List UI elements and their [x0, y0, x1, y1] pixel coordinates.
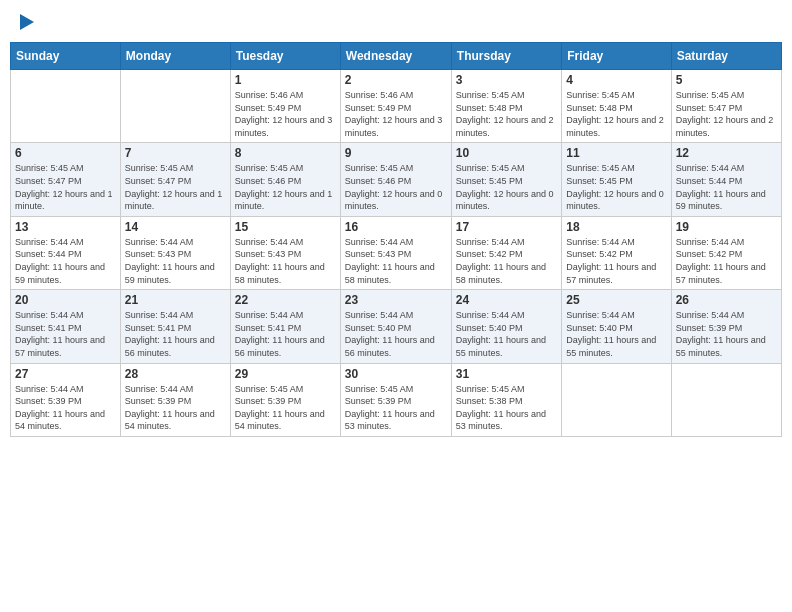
calendar-cell: [562, 363, 671, 436]
calendar-week-row: 20Sunrise: 5:44 AM Sunset: 5:41 PM Dayli…: [11, 290, 782, 363]
day-info: Sunrise: 5:45 AM Sunset: 5:48 PM Dayligh…: [456, 89, 557, 139]
calendar-week-row: 13Sunrise: 5:44 AM Sunset: 5:44 PM Dayli…: [11, 216, 782, 289]
day-header-friday: Friday: [562, 43, 671, 70]
day-header-tuesday: Tuesday: [230, 43, 340, 70]
day-info: Sunrise: 5:44 AM Sunset: 5:39 PM Dayligh…: [676, 309, 777, 359]
day-number: 8: [235, 146, 336, 160]
day-number: 11: [566, 146, 666, 160]
day-info: Sunrise: 5:45 AM Sunset: 5:46 PM Dayligh…: [345, 162, 447, 212]
day-number: 2: [345, 73, 447, 87]
day-info: Sunrise: 5:45 AM Sunset: 5:48 PM Dayligh…: [566, 89, 666, 139]
day-header-thursday: Thursday: [451, 43, 561, 70]
day-header-wednesday: Wednesday: [340, 43, 451, 70]
day-number: 27: [15, 367, 116, 381]
calendar-cell: 7Sunrise: 5:45 AM Sunset: 5:47 PM Daylig…: [120, 143, 230, 216]
day-number: 28: [125, 367, 226, 381]
calendar-cell: 18Sunrise: 5:44 AM Sunset: 5:42 PM Dayli…: [562, 216, 671, 289]
day-number: 3: [456, 73, 557, 87]
calendar-cell: 25Sunrise: 5:44 AM Sunset: 5:40 PM Dayli…: [562, 290, 671, 363]
calendar-cell: 4Sunrise: 5:45 AM Sunset: 5:48 PM Daylig…: [562, 70, 671, 143]
calendar-cell: 31Sunrise: 5:45 AM Sunset: 5:38 PM Dayli…: [451, 363, 561, 436]
calendar-cell: 13Sunrise: 5:44 AM Sunset: 5:44 PM Dayli…: [11, 216, 121, 289]
logo: [18, 14, 34, 30]
day-number: 16: [345, 220, 447, 234]
day-header-monday: Monday: [120, 43, 230, 70]
day-number: 19: [676, 220, 777, 234]
calendar-cell: 28Sunrise: 5:44 AM Sunset: 5:39 PM Dayli…: [120, 363, 230, 436]
day-number: 17: [456, 220, 557, 234]
calendar-cell: 29Sunrise: 5:45 AM Sunset: 5:39 PM Dayli…: [230, 363, 340, 436]
day-number: 1: [235, 73, 336, 87]
day-info: Sunrise: 5:44 AM Sunset: 5:44 PM Dayligh…: [676, 162, 777, 212]
day-info: Sunrise: 5:45 AM Sunset: 5:45 PM Dayligh…: [566, 162, 666, 212]
day-info: Sunrise: 5:45 AM Sunset: 5:39 PM Dayligh…: [235, 383, 336, 433]
day-info: Sunrise: 5:44 AM Sunset: 5:44 PM Dayligh…: [15, 236, 116, 286]
day-header-sunday: Sunday: [11, 43, 121, 70]
day-header-saturday: Saturday: [671, 43, 781, 70]
day-info: Sunrise: 5:45 AM Sunset: 5:47 PM Dayligh…: [15, 162, 116, 212]
calendar-cell: 8Sunrise: 5:45 AM Sunset: 5:46 PM Daylig…: [230, 143, 340, 216]
day-number: 15: [235, 220, 336, 234]
day-number: 14: [125, 220, 226, 234]
calendar-cell: 1Sunrise: 5:46 AM Sunset: 5:49 PM Daylig…: [230, 70, 340, 143]
calendar-cell: 12Sunrise: 5:44 AM Sunset: 5:44 PM Dayli…: [671, 143, 781, 216]
page-header: [10, 10, 782, 34]
day-info: Sunrise: 5:44 AM Sunset: 5:41 PM Dayligh…: [15, 309, 116, 359]
calendar-week-row: 27Sunrise: 5:44 AM Sunset: 5:39 PM Dayli…: [11, 363, 782, 436]
calendar-cell: 20Sunrise: 5:44 AM Sunset: 5:41 PM Dayli…: [11, 290, 121, 363]
calendar-cell: [11, 70, 121, 143]
day-number: 4: [566, 73, 666, 87]
day-info: Sunrise: 5:44 AM Sunset: 5:42 PM Dayligh…: [566, 236, 666, 286]
day-number: 23: [345, 293, 447, 307]
calendar-cell: 27Sunrise: 5:44 AM Sunset: 5:39 PM Dayli…: [11, 363, 121, 436]
day-number: 24: [456, 293, 557, 307]
calendar-cell: 5Sunrise: 5:45 AM Sunset: 5:47 PM Daylig…: [671, 70, 781, 143]
calendar-cell: 14Sunrise: 5:44 AM Sunset: 5:43 PM Dayli…: [120, 216, 230, 289]
day-number: 30: [345, 367, 447, 381]
day-info: Sunrise: 5:45 AM Sunset: 5:38 PM Dayligh…: [456, 383, 557, 433]
day-info: Sunrise: 5:44 AM Sunset: 5:43 PM Dayligh…: [125, 236, 226, 286]
day-info: Sunrise: 5:46 AM Sunset: 5:49 PM Dayligh…: [345, 89, 447, 139]
day-number: 6: [15, 146, 116, 160]
calendar-cell: 10Sunrise: 5:45 AM Sunset: 5:45 PM Dayli…: [451, 143, 561, 216]
day-number: 29: [235, 367, 336, 381]
day-info: Sunrise: 5:44 AM Sunset: 5:39 PM Dayligh…: [15, 383, 116, 433]
day-info: Sunrise: 5:45 AM Sunset: 5:45 PM Dayligh…: [456, 162, 557, 212]
calendar-cell: 23Sunrise: 5:44 AM Sunset: 5:40 PM Dayli…: [340, 290, 451, 363]
day-info: Sunrise: 5:45 AM Sunset: 5:46 PM Dayligh…: [235, 162, 336, 212]
calendar-cell: 6Sunrise: 5:45 AM Sunset: 5:47 PM Daylig…: [11, 143, 121, 216]
day-number: 13: [15, 220, 116, 234]
calendar-cell: 16Sunrise: 5:44 AM Sunset: 5:43 PM Dayli…: [340, 216, 451, 289]
day-info: Sunrise: 5:44 AM Sunset: 5:40 PM Dayligh…: [345, 309, 447, 359]
day-info: Sunrise: 5:44 AM Sunset: 5:43 PM Dayligh…: [235, 236, 336, 286]
day-number: 7: [125, 146, 226, 160]
day-number: 18: [566, 220, 666, 234]
day-info: Sunrise: 5:44 AM Sunset: 5:43 PM Dayligh…: [345, 236, 447, 286]
calendar-cell: 9Sunrise: 5:45 AM Sunset: 5:46 PM Daylig…: [340, 143, 451, 216]
calendar-cell: 19Sunrise: 5:44 AM Sunset: 5:42 PM Dayli…: [671, 216, 781, 289]
calendar-week-row: 1Sunrise: 5:46 AM Sunset: 5:49 PM Daylig…: [11, 70, 782, 143]
day-info: Sunrise: 5:45 AM Sunset: 5:47 PM Dayligh…: [676, 89, 777, 139]
day-number: 25: [566, 293, 666, 307]
calendar-cell: 24Sunrise: 5:44 AM Sunset: 5:40 PM Dayli…: [451, 290, 561, 363]
day-number: 20: [15, 293, 116, 307]
day-info: Sunrise: 5:44 AM Sunset: 5:40 PM Dayligh…: [566, 309, 666, 359]
day-info: Sunrise: 5:44 AM Sunset: 5:39 PM Dayligh…: [125, 383, 226, 433]
day-info: Sunrise: 5:44 AM Sunset: 5:41 PM Dayligh…: [125, 309, 226, 359]
day-info: Sunrise: 5:45 AM Sunset: 5:39 PM Dayligh…: [345, 383, 447, 433]
calendar-cell: 3Sunrise: 5:45 AM Sunset: 5:48 PM Daylig…: [451, 70, 561, 143]
calendar-cell: 15Sunrise: 5:44 AM Sunset: 5:43 PM Dayli…: [230, 216, 340, 289]
calendar-cell: 11Sunrise: 5:45 AM Sunset: 5:45 PM Dayli…: [562, 143, 671, 216]
logo-arrow-icon: [20, 14, 34, 30]
day-number: 9: [345, 146, 447, 160]
day-number: 22: [235, 293, 336, 307]
day-number: 21: [125, 293, 226, 307]
day-number: 12: [676, 146, 777, 160]
calendar-cell: 30Sunrise: 5:45 AM Sunset: 5:39 PM Dayli…: [340, 363, 451, 436]
day-number: 10: [456, 146, 557, 160]
calendar-cell: 2Sunrise: 5:46 AM Sunset: 5:49 PM Daylig…: [340, 70, 451, 143]
calendar-cell: 26Sunrise: 5:44 AM Sunset: 5:39 PM Dayli…: [671, 290, 781, 363]
day-info: Sunrise: 5:45 AM Sunset: 5:47 PM Dayligh…: [125, 162, 226, 212]
calendar-week-row: 6Sunrise: 5:45 AM Sunset: 5:47 PM Daylig…: [11, 143, 782, 216]
day-info: Sunrise: 5:44 AM Sunset: 5:42 PM Dayligh…: [676, 236, 777, 286]
